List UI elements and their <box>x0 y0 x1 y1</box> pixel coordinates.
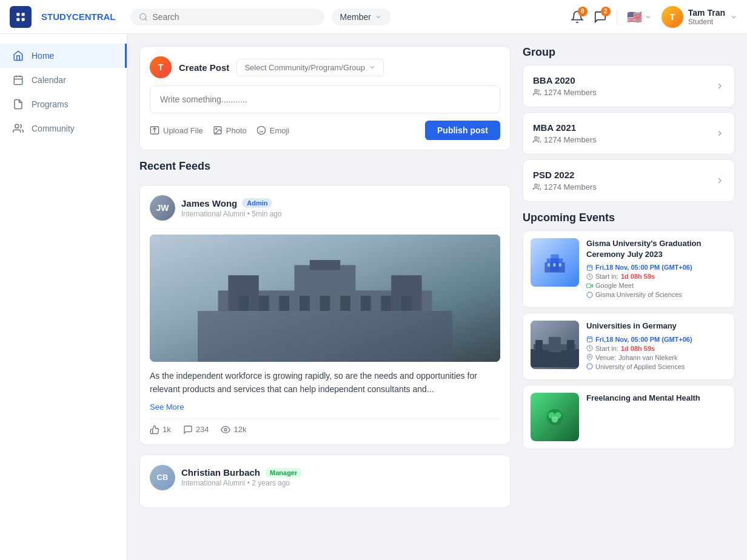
event-start: Start in: 1d 08h 59s <box>586 345 727 352</box>
building-silhouette <box>150 260 500 362</box>
svg-point-34 <box>535 90 537 92</box>
event-date: Fri,18 Nov, 05:00 PM (GMT+06) <box>586 264 727 271</box>
post-actions: Upload File Photo Emoji Publish post <box>150 121 500 140</box>
user-menu[interactable]: T Tam Tran Student <box>662 6 737 28</box>
event-card[interactable]: Freelancing and Mental Health <box>523 385 735 449</box>
svg-rect-49 <box>586 284 591 287</box>
sidebar-item-label: Calendar <box>32 75 66 85</box>
user-info: Tam Tran Student <box>688 8 725 26</box>
calendar-icon <box>586 336 593 342</box>
recent-feeds-title: Recent Feeds <box>139 160 511 173</box>
community-select-dropdown[interactable]: Select Community/Program/Group <box>236 59 384 76</box>
search-input[interactable] <box>152 12 315 22</box>
see-more-link[interactable]: See More <box>150 402 184 412</box>
svg-rect-42 <box>559 263 561 266</box>
svg-rect-39 <box>551 255 558 272</box>
chevron-down-icon <box>645 13 652 21</box>
svg-rect-26 <box>279 296 289 311</box>
group-list: BBA 2020 1274 Members MBA 2021 <box>523 65 735 202</box>
svg-point-15 <box>257 126 265 134</box>
author-details: Christian Burbach Manager International … <box>181 467 302 487</box>
notifications-button[interactable]: 8 <box>571 10 584 24</box>
sidebar-item-home[interactable]: Home <box>0 44 127 68</box>
groups-section: Group BBA 2020 1274 Members <box>523 46 735 202</box>
users-icon <box>533 136 541 144</box>
sidebar-item-label: Home <box>32 51 54 61</box>
event-date: Fri,18 Nov, 05:00 PM (GMT+06) <box>586 336 727 343</box>
messages-badge: 2 <box>601 7 611 16</box>
svg-point-36 <box>535 184 537 187</box>
svg-rect-23 <box>310 260 340 270</box>
feed-author: JW James Wong Admin International Alumni… <box>150 195 500 221</box>
publish-post-button[interactable]: Publish post <box>425 121 500 140</box>
admin-badge: Admin <box>242 198 272 208</box>
feed-post-body: As the independent workforce is growing … <box>150 369 500 396</box>
group-members: 1274 Members <box>533 182 708 192</box>
sidebar-item-calendar[interactable]: Calendar <box>0 68 127 92</box>
emoji-button[interactable]: Emoji <box>256 125 290 135</box>
event-organizer: Gisma University of Sciences <box>586 291 727 298</box>
svg-point-35 <box>535 137 537 139</box>
svg-point-61 <box>589 356 591 358</box>
group-card[interactable]: PSD 2022 1274 Members <box>523 159 735 202</box>
school-icon <box>586 363 593 370</box>
svg-line-5 <box>145 18 147 20</box>
chevron-down-icon <box>369 64 376 71</box>
language-selector[interactable]: 🇺🇸 <box>627 10 652 24</box>
event-thumbnail <box>531 393 579 441</box>
event-university: University of Applied Sciences <box>586 363 727 370</box>
author-avatar: CB <box>150 465 175 490</box>
upload-file-button[interactable]: Upload File <box>150 125 203 135</box>
topbar: STUDYCENTRAL Member 8 2 🇺🇸 T Tam Tran <box>0 0 747 34</box>
home-icon <box>12 50 24 62</box>
svg-rect-6 <box>14 76 22 85</box>
topbar-right: 8 2 🇺🇸 T Tam Tran Student <box>571 6 737 28</box>
svg-rect-0 <box>16 13 19 16</box>
event-thumbnail <box>531 321 579 369</box>
svg-rect-27 <box>300 296 310 311</box>
svg-rect-32 <box>401 296 412 311</box>
search-area[interactable] <box>130 8 324 25</box>
event-venue: Venue: Johann van Niekerk <box>586 354 727 361</box>
logo-text: STUDYCENTRAL <box>41 12 116 22</box>
messages-button[interactable]: 2 <box>594 10 607 24</box>
sidebar-item-programs[interactable]: Programs <box>0 92 127 116</box>
comment-icon <box>183 425 193 435</box>
post-text-input[interactable] <box>150 85 500 113</box>
event-info: Gisma University's Graduation Ceremony J… <box>586 238 727 300</box>
group-card[interactable]: BBA 2020 1274 Members <box>523 65 735 107</box>
svg-rect-29 <box>340 296 350 311</box>
sidebar-item-label: Community <box>32 124 75 133</box>
sidebar-item-label: Programs <box>32 99 69 109</box>
likes-stat[interactable]: 1k <box>150 425 171 435</box>
svg-point-50 <box>587 292 592 298</box>
event-card[interactable]: Gisma University's Graduation Ceremony J… <box>523 230 735 308</box>
content-area: T Create Post Select Community/Program/G… <box>127 34 747 560</box>
create-post-header: T Create Post Select Community/Program/G… <box>150 56 500 78</box>
group-card[interactable]: MBA 2021 1274 Members <box>523 112 735 155</box>
member-filter-dropdown[interactable]: Member <box>332 8 390 25</box>
feed-author: CB Christian Burbach Manager Internation… <box>150 465 500 490</box>
post-author-avatar: T <box>150 56 172 78</box>
svg-rect-40 <box>548 263 550 266</box>
feed-card: CB Christian Burbach Manager Internation… <box>139 455 511 508</box>
programs-icon <box>12 98 24 110</box>
main-layout: Home Calendar Programs Community <box>0 34 747 560</box>
photo-button[interactable]: Photo <box>213 125 247 135</box>
svg-rect-18 <box>198 311 452 362</box>
views-stat: 12k <box>221 425 246 435</box>
author-avatar: JW <box>150 195 175 221</box>
svg-rect-2 <box>16 18 19 21</box>
feed-card: JW James Wong Admin International Alumni… <box>139 185 511 445</box>
svg-rect-53 <box>535 340 543 351</box>
svg-rect-25 <box>259 296 269 311</box>
chevron-down-icon <box>730 13 737 21</box>
svg-rect-31 <box>381 296 391 311</box>
event-card[interactable]: Universities in Germany Fri,18 Nov, 05:0… <box>523 313 735 379</box>
comments-stat[interactable]: 234 <box>183 425 209 435</box>
emoji-icon <box>256 125 266 135</box>
divider <box>617 8 617 25</box>
sidebar-item-community[interactable]: Community <box>0 116 127 141</box>
search-icon <box>139 12 148 22</box>
group-info: BBA 2020 1274 Members <box>533 75 708 97</box>
